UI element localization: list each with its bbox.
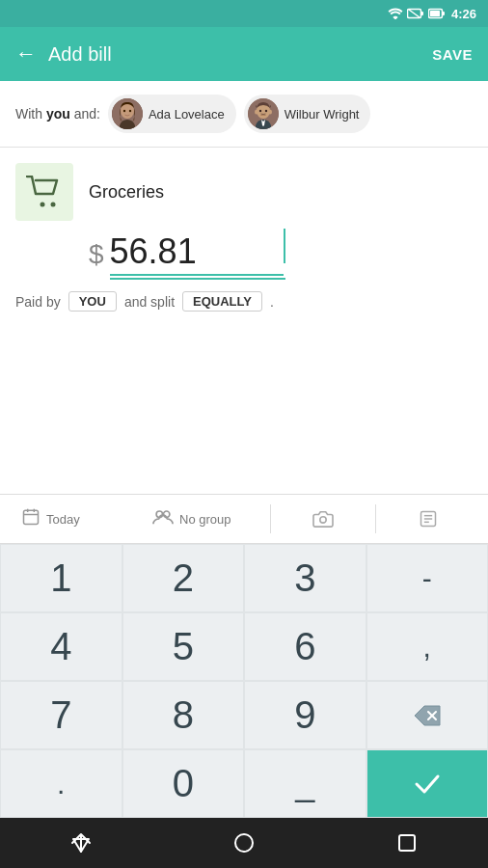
- contacts-prefix: With you and:: [15, 106, 100, 122]
- numpad-key-2[interactable]: 2: [122, 544, 245, 612]
- bottom-nav: [0, 818, 488, 868]
- numpad-key-6[interactable]: 6: [244, 612, 366, 681]
- contacts-row: With you and: Ada Lovelace: [0, 81, 488, 148]
- bill-top: Groceries: [15, 163, 473, 221]
- bill-section: Groceries $ 56.81 Paid by YOU and split …: [0, 148, 488, 327]
- split-chip[interactable]: EQUALLY: [182, 291, 262, 312]
- ada-portrait: [112, 98, 143, 129]
- numpad: 1 2 3 - 4 5 6 , 7 8 9 . 0 _: [0, 544, 488, 818]
- app-bar-left: ← Add bill: [15, 41, 112, 67]
- group-icon: [152, 508, 174, 530]
- paid-by-row: Paid by YOU and split EQUALLY .: [15, 291, 473, 312]
- nav-recents-icon: [396, 832, 418, 854]
- numpad-key-3[interactable]: 3: [244, 544, 366, 612]
- svg-rect-33: [399, 835, 415, 851]
- backspace-icon: [414, 705, 441, 726]
- app-bar-title: Add bill: [48, 43, 112, 66]
- bill-category-icon-box: [15, 163, 73, 221]
- save-button[interactable]: SAVE: [432, 46, 473, 63]
- svg-line-2: [409, 10, 420, 17]
- nav-back-button[interactable]: [62, 824, 100, 862]
- check-icon: [413, 773, 442, 796]
- svg-point-14: [259, 110, 261, 112]
- ada-name: Ada Lovelace: [149, 107, 225, 122]
- svg-point-12: [255, 110, 258, 115]
- svg-rect-18: [24, 510, 39, 524]
- svg-point-17: [51, 203, 56, 207]
- currency-symbol: $: [89, 239, 104, 270]
- text-cursor: [284, 229, 285, 263]
- note-svg: [419, 509, 438, 529]
- svg-rect-1: [420, 12, 423, 15]
- date-picker[interactable]: Today: [8, 507, 139, 531]
- svg-point-9: [129, 110, 131, 112]
- calendar-svg: [21, 507, 41, 527]
- svg-rect-5: [442, 12, 445, 15]
- numpad-key-4[interactable]: 4: [0, 612, 122, 681]
- wifi-icon: [388, 8, 403, 19]
- battery-icon: [407, 8, 424, 19]
- svg-point-8: [123, 110, 125, 112]
- group-label: No group: [179, 512, 230, 527]
- nav-recents-button[interactable]: [388, 824, 426, 862]
- group-svg: [152, 508, 174, 526]
- svg-rect-4: [430, 11, 440, 16]
- numpad-key-1[interactable]: 1: [0, 544, 122, 612]
- numpad-key-confirm[interactable]: [366, 749, 489, 818]
- numpad-grid: 1 2 3 - 4 5 6 , 7 8 9 . 0 _: [0, 544, 488, 818]
- numpad-key-comma[interactable]: ,: [366, 612, 489, 681]
- note-button[interactable]: [376, 509, 480, 529]
- contact-chip-wilbur[interactable]: Wilbur Wright: [244, 95, 371, 133]
- svg-point-32: [235, 834, 253, 852]
- wilbur-avatar: [248, 98, 279, 129]
- photo-button[interactable]: [271, 509, 375, 529]
- svg-point-13: [268, 110, 272, 115]
- camera-svg: [312, 509, 334, 529]
- battery-full-icon: [428, 8, 446, 19]
- app-bar: ← Add bill SAVE: [0, 27, 488, 81]
- status-time: 4:26: [451, 7, 476, 21]
- calendar-icon: [21, 507, 41, 531]
- period: .: [270, 294, 274, 310]
- numpad-key-9[interactable]: 9: [244, 681, 366, 749]
- split-label: and split: [124, 294, 175, 310]
- group-picker[interactable]: No group: [139, 508, 270, 530]
- paid-by-chip[interactable]: YOU: [68, 291, 117, 312]
- status-icons: [388, 8, 446, 19]
- numpad-key-dot[interactable]: .: [0, 749, 122, 818]
- date-label: Today: [46, 512, 80, 527]
- numpad-key-7[interactable]: 7: [0, 681, 122, 749]
- bottom-toolbar: Today No group: [0, 494, 488, 544]
- nav-home-button[interactable]: [225, 824, 263, 862]
- wilbur-portrait: [248, 98, 279, 129]
- svg-point-24: [320, 517, 326, 523]
- wilbur-name: Wilbur Wright: [285, 107, 360, 122]
- numpad-key-8[interactable]: 8: [122, 681, 245, 749]
- bill-category-title: Groceries: [89, 182, 164, 203]
- groceries-cart-icon: [26, 176, 63, 208]
- you-label: you: [46, 106, 70, 122]
- numpad-key-underscore[interactable]: _: [244, 749, 366, 818]
- numpad-key-minus[interactable]: -: [366, 544, 489, 612]
- contact-chip-ada[interactable]: Ada Lovelace: [108, 95, 236, 133]
- back-button[interactable]: ←: [15, 41, 37, 67]
- svg-point-16: [41, 203, 45, 207]
- paid-by-label: Paid by: [15, 294, 61, 310]
- status-bar: 4:26: [0, 0, 488, 27]
- svg-point-15: [265, 110, 267, 112]
- numpad-key-backspace[interactable]: [366, 681, 489, 749]
- numpad-key-0[interactable]: 0: [122, 749, 245, 818]
- numpad-key-5[interactable]: 5: [122, 612, 245, 681]
- amount-display[interactable]: 56.81: [110, 231, 284, 276]
- nav-home-icon: [233, 832, 255, 854]
- ada-avatar: [112, 98, 143, 129]
- nav-back-icon: [70, 832, 92, 854]
